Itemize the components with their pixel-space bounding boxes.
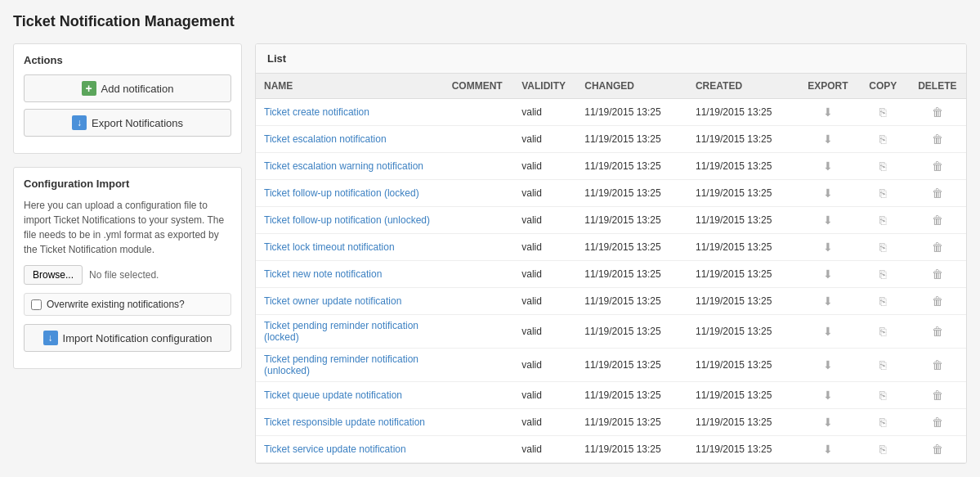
delete-icon[interactable]: 🗑 (929, 239, 946, 255)
delete-icon[interactable]: 🗑 (929, 323, 946, 340)
config-import-title: Configuration Import (24, 178, 231, 190)
export-icon[interactable]: ⬇ (820, 158, 836, 174)
export-icon[interactable]: ⬇ (820, 185, 836, 201)
notification-changed: 11/19/2015 13:25 (576, 207, 687, 234)
notification-changed: 11/19/2015 13:25 (576, 315, 687, 349)
export-icon[interactable]: ⬇ (820, 414, 836, 430)
notification-name-link[interactable]: Ticket new note notification (264, 268, 382, 280)
delete-icon[interactable]: 🗑 (929, 185, 946, 201)
notification-copy-cell: ⎘ (857, 315, 909, 349)
delete-icon[interactable]: 🗑 (929, 266, 946, 282)
notification-delete-cell: 🗑 (909, 349, 966, 382)
overwrite-checkbox[interactable] (31, 299, 42, 310)
notification-changed: 11/19/2015 13:25 (576, 153, 687, 180)
table-row: Ticket escalation notificationvalid11/19… (256, 126, 966, 153)
notification-comment (444, 409, 514, 436)
notification-validity: valid (513, 315, 576, 349)
actions-section: Actions + Add notification ↓ Export Noti… (13, 43, 242, 154)
notification-copy-cell: ⎘ (857, 99, 909, 126)
notification-created: 11/19/2015 13:25 (687, 126, 799, 153)
notification-copy-cell: ⎘ (857, 382, 909, 409)
notification-created: 11/19/2015 13:25 (687, 261, 799, 288)
notification-name-link[interactable]: Ticket escalation notification (264, 133, 387, 145)
import-config-button[interactable]: ↓ Import Notification configuration (24, 324, 231, 352)
export-icon[interactable]: ⬇ (820, 266, 836, 282)
notification-name-link[interactable]: Ticket pending reminder notification (un… (264, 353, 418, 376)
delete-icon[interactable]: 🗑 (929, 131, 946, 147)
notification-name-link[interactable]: Ticket follow-up notification (locked) (264, 187, 419, 199)
notification-export-cell: ⬇ (799, 261, 857, 288)
add-icon: + (82, 81, 96, 96)
copy-icon[interactable]: ⎘ (876, 441, 889, 457)
notification-comment (444, 315, 514, 349)
notification-validity: valid (513, 409, 576, 436)
delete-icon[interactable]: 🗑 (929, 357, 946, 373)
copy-icon[interactable]: ⎘ (876, 357, 889, 373)
notification-copy-cell: ⎘ (857, 153, 909, 180)
notification-validity: valid (513, 126, 576, 153)
delete-icon[interactable]: 🗑 (929, 441, 946, 457)
notification-name-link[interactable]: Ticket escalation warning notification (264, 160, 423, 172)
export-icon[interactable]: ⬇ (820, 104, 836, 120)
notification-comment (444, 288, 514, 315)
copy-icon[interactable]: ⎘ (876, 158, 889, 174)
notification-name-link[interactable]: Ticket follow-up notification (unlocked) (264, 214, 430, 226)
add-notification-button[interactable]: + Add notification (24, 74, 231, 102)
copy-icon[interactable]: ⎘ (876, 293, 889, 309)
table-row: Ticket escalation warning notificationva… (256, 153, 966, 180)
notification-name-link[interactable]: Ticket responsible update notification (264, 416, 425, 428)
col-header-changed: CHANGED (576, 74, 687, 99)
col-header-delete: DELETE (909, 74, 966, 99)
copy-icon[interactable]: ⎘ (876, 414, 889, 430)
export-notifications-button[interactable]: ↓ Export Notifications (24, 109, 231, 137)
notification-comment (444, 382, 514, 409)
browse-button[interactable]: Browse... (24, 265, 83, 285)
delete-icon[interactable]: 🗑 (929, 414, 946, 430)
notification-comment (444, 436, 514, 463)
copy-icon[interactable]: ⎘ (876, 266, 889, 282)
notification-name-link[interactable]: Ticket pending reminder notification (lo… (264, 320, 418, 343)
notification-name-link[interactable]: Ticket lock timeout notification (264, 241, 395, 253)
export-icon[interactable]: ⬇ (820, 212, 836, 228)
export-icon[interactable]: ⬇ (820, 239, 836, 255)
notification-name-link[interactable]: Ticket queue update notification (264, 389, 402, 401)
copy-icon[interactable]: ⎘ (876, 104, 889, 120)
download-icon: ↓ (72, 115, 87, 130)
copy-icon[interactable]: ⎘ (876, 323, 889, 340)
notification-changed: 11/19/2015 13:25 (576, 126, 687, 153)
copy-icon[interactable]: ⎘ (876, 239, 889, 255)
table-row: Ticket service update notificationvalid1… (256, 436, 966, 463)
notification-delete-cell: 🗑 (909, 207, 966, 234)
notification-created: 11/19/2015 13:25 (687, 153, 799, 180)
export-icon[interactable]: ⬇ (820, 387, 836, 403)
notification-delete-cell: 🗑 (909, 315, 966, 349)
notification-changed: 11/19/2015 13:25 (576, 436, 687, 463)
export-icon[interactable]: ⬇ (820, 357, 836, 373)
notification-changed: 11/19/2015 13:25 (576, 349, 687, 382)
delete-icon[interactable]: 🗑 (929, 212, 946, 228)
notification-changed: 11/19/2015 13:25 (576, 382, 687, 409)
copy-icon[interactable]: ⎘ (876, 185, 889, 201)
notification-comment (444, 349, 514, 382)
table-row: Ticket create notificationvalid11/19/201… (256, 99, 966, 126)
delete-icon[interactable]: 🗑 (929, 104, 946, 120)
notification-changed: 11/19/2015 13:25 (576, 180, 687, 207)
overwrite-label: Overwrite existing notifications? (47, 299, 185, 310)
notification-copy-cell: ⎘ (857, 261, 909, 288)
export-icon[interactable]: ⬇ (820, 323, 836, 340)
delete-icon[interactable]: 🗑 (929, 293, 946, 309)
delete-icon[interactable]: 🗑 (929, 387, 946, 403)
notification-validity: valid (513, 261, 576, 288)
copy-icon[interactable]: ⎘ (876, 387, 889, 403)
copy-icon[interactable]: ⎘ (876, 212, 889, 228)
export-icon[interactable]: ⬇ (820, 293, 836, 309)
notification-name-link[interactable]: Ticket owner update notification (264, 295, 401, 307)
delete-icon[interactable]: 🗑 (929, 158, 946, 174)
export-icon[interactable]: ⬇ (820, 441, 836, 457)
notification-validity: valid (513, 288, 576, 315)
export-icon[interactable]: ⬇ (820, 131, 836, 147)
notification-name-link[interactable]: Ticket create notification (264, 106, 369, 118)
copy-icon[interactable]: ⎘ (876, 131, 889, 147)
notification-name-link[interactable]: Ticket service update notification (264, 443, 406, 455)
notification-changed: 11/19/2015 13:25 (576, 261, 687, 288)
